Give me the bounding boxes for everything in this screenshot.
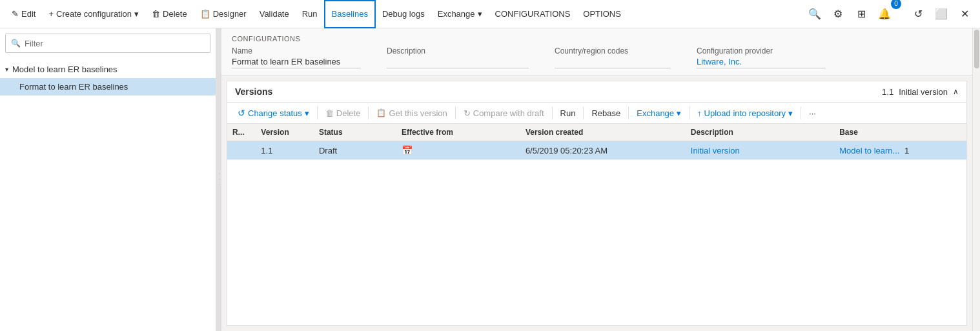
calendar-icon[interactable]: 📅 — [402, 145, 413, 155]
versions-exchange-button[interactable]: Exchange ▾ — [631, 106, 686, 121]
validate-button[interactable]: Validate — [253, 0, 296, 28]
description-link[interactable]: Initial version — [691, 146, 740, 155]
notification-icon: 🔔 — [878, 8, 891, 20]
section-label: CONFIGURATIONS — [232, 35, 962, 43]
delete-icon: 🗑 — [152, 9, 160, 19]
sidebar-tree: ▾ Model to learn ER baselines Format to … — [0, 58, 216, 331]
toolbar-separator-2 — [368, 106, 369, 119]
windows-icon-button[interactable]: ⊞ — [851, 4, 872, 25]
delete-button[interactable]: 🗑 Delete — [145, 0, 194, 28]
col-header-description: Description — [686, 124, 834, 141]
col-header-version: Version — [256, 124, 314, 141]
version-label: Initial version — [899, 87, 948, 97]
more-icon: ··· — [809, 108, 816, 118]
name-value: Format to learn ER baselines — [232, 57, 361, 68]
tree-child-item[interactable]: Format to learn ER baselines — [0, 78, 216, 95]
change-status-icon: ↺ — [238, 108, 245, 118]
designer-icon: 📋 — [200, 9, 210, 19]
name-label: Name — [232, 46, 361, 55]
config-field-country: Country/region codes — [555, 46, 671, 68]
search-toolbar-button[interactable]: 🔍 — [804, 4, 825, 25]
sidebar: 🔍 ▾ Model to learn ER baselines Format t… — [0, 28, 216, 331]
versions-chevron-icon[interactable]: ∧ — [953, 87, 959, 96]
refresh-button[interactable]: ↺ — [908, 4, 928, 25]
table-row[interactable]: 1.1 Draft 📅 6/5/2019 05:20:23 AM Initial… — [227, 141, 966, 160]
content-area: CONFIGURATIONS Name Format to learn ER b… — [221, 28, 972, 331]
cell-r — [227, 141, 256, 160]
cell-base: Model to learn... 1 — [834, 141, 966, 160]
config-field-description: Description — [387, 46, 529, 68]
edit-icon: ✎ — [12, 9, 19, 19]
table-header-row: R... Version Status Effective from Versi… — [227, 124, 966, 141]
plus-icon: + — [48, 9, 54, 19]
main-toolbar: ✎ Edit + Create configuration ▾ 🗑 Delete… — [0, 0, 980, 28]
config-header: CONFIGURATIONS Name Format to learn ER b… — [221, 28, 972, 75]
status-badge: Draft — [319, 146, 337, 155]
col-header-r: R... — [227, 124, 256, 141]
versions-title: Versions — [235, 86, 882, 97]
exchange-dropdown-icon: ▾ — [478, 9, 482, 19]
versions-panel: Versions 1.1 Initial version ∧ ↺ Change … — [227, 81, 967, 326]
filter-search-icon: 🔍 — [11, 39, 21, 48]
toolbar-right: 🔍 ⚙ ⊞ 🔔 0 ↺ ⬜ ✕ — [804, 4, 975, 25]
tree-parent-label: Model to learn ER baselines — [12, 65, 117, 74]
edit-button[interactable]: ✎ Edit — [5, 0, 42, 28]
versions-run-button[interactable]: Run — [555, 106, 581, 121]
description-label: Description — [387, 46, 529, 55]
debug-logs-button[interactable]: Debug logs — [376, 0, 431, 28]
provider-value[interactable]: Litware, Inc. — [697, 57, 826, 68]
toolbar-separator-8 — [801, 106, 801, 119]
upload-into-repository-button[interactable]: ↑ Upload into repository ▾ — [692, 106, 798, 121]
base-number: 1 — [904, 146, 909, 155]
toolbar-separator-1 — [317, 106, 318, 119]
close-icon: ✕ — [961, 8, 969, 20]
windows-icon: ⊞ — [857, 8, 866, 20]
designer-button[interactable]: 📋 Designer — [194, 0, 253, 28]
gear-icon: ⚙ — [833, 8, 842, 20]
versions-delete-button[interactable]: 🗑 Delete — [320, 106, 366, 121]
get-this-version-button[interactable]: 📋 Get this version — [371, 106, 452, 121]
config-field-name: Name Format to learn ER baselines — [232, 46, 361, 68]
col-header-effective-from: Effective from — [396, 124, 520, 141]
close-button[interactable]: ✕ — [954, 4, 975, 25]
refresh-icon: ↺ — [914, 8, 923, 20]
toolbar-separator-7 — [689, 106, 689, 119]
maximize-icon: ⬜ — [935, 8, 948, 20]
scrollbar[interactable] — [972, 28, 980, 331]
country-value — [555, 57, 671, 68]
cell-version-created: 6/5/2019 05:20:23 AM — [520, 141, 686, 160]
config-fields: Name Format to learn ER baselines Descri… — [232, 46, 962, 68]
compare-with-draft-button[interactable]: ↻ Compare with draft — [458, 106, 549, 121]
toolbar-separator-3 — [455, 106, 456, 119]
more-options-button[interactable]: ··· — [804, 106, 821, 121]
maximize-button[interactable]: ⬜ — [931, 4, 952, 25]
base-link[interactable]: Model to learn... — [839, 146, 899, 155]
provider-label: Configuration provider — [697, 46, 826, 55]
options-button[interactable]: OPTIONS — [577, 0, 628, 28]
version-number: 1.1 — [882, 87, 893, 97]
compare-icon: ↻ — [464, 108, 471, 118]
tree-parent-item[interactable]: ▾ Model to learn ER baselines — [0, 61, 216, 78]
change-status-dropdown-icon: ▾ — [305, 108, 309, 118]
col-header-version-created: Version created — [520, 124, 686, 141]
search-icon: 🔍 — [808, 8, 821, 20]
toolbar-separator-6 — [628, 106, 629, 119]
change-status-button[interactable]: ↺ Change status ▾ — [232, 105, 314, 121]
create-config-button[interactable]: + Create configuration ▾ — [42, 0, 145, 28]
dropdown-arrow-icon: ▾ — [134, 9, 139, 19]
run-button[interactable]: Run — [296, 0, 324, 28]
settings-icon-button[interactable]: ⚙ — [828, 4, 848, 25]
get-version-icon: 📋 — [376, 108, 386, 117]
rebase-button[interactable]: Rebase — [586, 106, 626, 121]
configurations-nav-button[interactable]: CONFIGURATIONS — [489, 0, 577, 28]
main-layout: 🔍 ▾ Model to learn ER baselines Format t… — [0, 28, 980, 331]
scrollbar-thumb[interactable] — [974, 30, 979, 68]
versions-data-table: R... Version Status Effective from Versi… — [227, 124, 966, 160]
config-field-provider: Configuration provider Litware, Inc. — [697, 46, 826, 68]
resize-handle[interactable]: · · · — [216, 28, 221, 331]
filter-input[interactable] — [25, 39, 205, 48]
versions-toolbar: ↺ Change status ▾ 🗑 Delete 📋 Get this ve… — [227, 103, 966, 124]
versions-exchange-dropdown-icon: ▾ — [677, 108, 681, 118]
baselines-button[interactable]: Baselines — [324, 0, 376, 28]
exchange-button[interactable]: Exchange ▾ — [431, 0, 489, 28]
